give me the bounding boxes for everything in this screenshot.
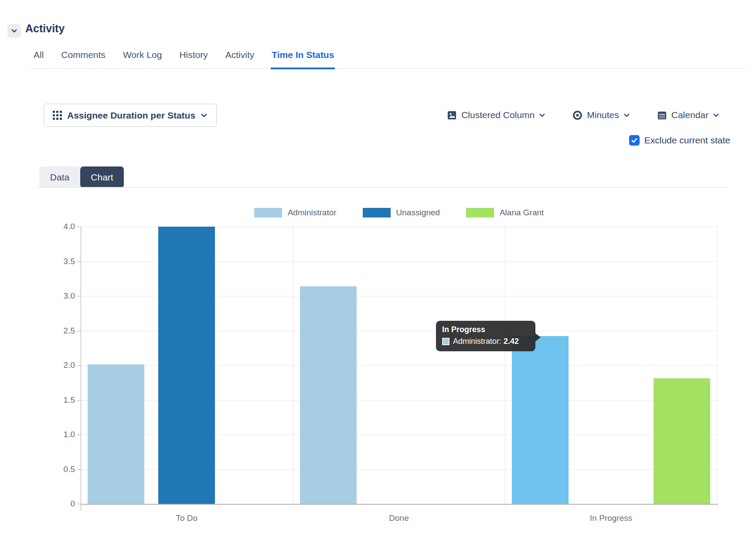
y-axis-tick bbox=[77, 469, 81, 470]
chart-type-label: Clustered Column bbox=[461, 110, 535, 120]
tab-history[interactable]: History bbox=[178, 47, 208, 68]
legend-swatch bbox=[466, 208, 494, 217]
legend-swatch bbox=[363, 208, 391, 217]
view-tab-chart[interactable]: Chart bbox=[80, 166, 124, 188]
tooltip-value: 2.42 bbox=[504, 337, 519, 346]
report-selector-label: Assignee Duration per Status bbox=[67, 110, 195, 121]
chevron-down-icon bbox=[539, 112, 545, 119]
x-axis bbox=[81, 504, 718, 505]
legend-label: Alana Grant bbox=[500, 208, 544, 217]
y-tick-label: 1.5 bbox=[49, 395, 75, 405]
tooltip-series-swatch bbox=[442, 338, 450, 345]
chart-legend: AdministratorUnassignedAlana Grant bbox=[81, 208, 717, 217]
bar-administrator-done[interactable] bbox=[300, 286, 357, 504]
chevron-down-icon bbox=[10, 27, 18, 34]
image-icon bbox=[447, 110, 457, 120]
tooltip-series-label: Administrator: bbox=[453, 337, 501, 346]
tooltip-arrow bbox=[535, 333, 541, 342]
legend-entry[interactable]: Administrator bbox=[254, 208, 337, 217]
x-category-label: In Progress bbox=[546, 513, 677, 523]
x-category-label: Done bbox=[334, 513, 464, 523]
bar-alana-grant-in-progress[interactable] bbox=[654, 378, 710, 504]
y-axis-tick bbox=[77, 331, 81, 331]
view-tab-data[interactable]: Data bbox=[39, 166, 80, 188]
y-tick-label: 2.5 bbox=[49, 326, 75, 336]
y-axis-tick bbox=[77, 504, 81, 504]
y-axis bbox=[81, 227, 81, 511]
calendar-icon bbox=[657, 110, 667, 120]
legend-entry[interactable]: Alana Grant bbox=[466, 208, 544, 217]
tooltip-category: In Progress bbox=[442, 325, 529, 334]
y-tick-label: 3.5 bbox=[49, 257, 75, 266]
tab-all[interactable]: All bbox=[33, 47, 44, 68]
unit-dropdown[interactable]: Minutes bbox=[572, 110, 630, 120]
bar-administrator-in-progress[interactable] bbox=[512, 336, 569, 504]
eye-icon bbox=[572, 110, 582, 120]
y-axis-tick bbox=[77, 435, 81, 435]
legend-label: Administrator bbox=[288, 208, 337, 217]
exclude-current-state-label: Exclude current state bbox=[644, 135, 730, 146]
y-tick-label: 1.0 bbox=[49, 430, 75, 439]
y-axis-tick bbox=[77, 227, 81, 227]
legend-label: Unassigned bbox=[396, 208, 440, 217]
chevron-down-icon bbox=[623, 112, 630, 119]
activity-collapse-button[interactable] bbox=[7, 24, 21, 37]
tab-work-log[interactable]: Work Log bbox=[122, 47, 163, 68]
page-title: Activity bbox=[25, 22, 65, 35]
y-tick-label: 4.0 bbox=[49, 222, 75, 231]
time-in-status-panel: Activity All Comments Work Log History A… bbox=[0, 0, 756, 557]
unit-label: Minutes bbox=[587, 110, 619, 120]
activity-tabs: All Comments Work Log History Activity T… bbox=[31, 47, 746, 69]
y-axis-tick bbox=[77, 365, 81, 366]
legend-swatch bbox=[254, 208, 282, 217]
tab-time-in-status[interactable]: Time In Status bbox=[271, 47, 335, 69]
chart-tooltip: In Progress Administrator: 2.42 bbox=[436, 321, 535, 351]
report-selector-dropdown[interactable]: Assignee Duration per Status bbox=[44, 104, 217, 127]
gridline-x bbox=[293, 227, 293, 508]
y-axis-tick bbox=[77, 262, 81, 262]
y-axis-tick bbox=[77, 400, 81, 401]
checkbox-checked-icon[interactable] bbox=[629, 135, 640, 146]
y-tick-label: 2.0 bbox=[49, 360, 75, 370]
bar-administrator-to-do[interactable] bbox=[88, 364, 144, 504]
chart-type-dropdown[interactable]: Clustered Column bbox=[447, 110, 545, 120]
chevron-down-icon bbox=[201, 112, 208, 119]
grid-icon bbox=[53, 111, 62, 120]
gridline-x bbox=[505, 227, 505, 508]
exclude-current-state-option[interactable]: Exclude current state bbox=[629, 135, 730, 146]
y-tick-label: 0.5 bbox=[49, 465, 75, 474]
y-axis-tick bbox=[77, 296, 81, 296]
chevron-down-icon bbox=[713, 112, 719, 119]
tab-comments[interactable]: Comments bbox=[60, 47, 106, 68]
y-tick-label: 0 bbox=[49, 499, 75, 509]
chart-controls: Clustered Column Minutes bbox=[447, 108, 719, 122]
tab-activity[interactable]: Activity bbox=[225, 47, 255, 68]
legend-entry[interactable]: Unassigned bbox=[363, 208, 440, 217]
x-category-label: To Do bbox=[121, 513, 252, 523]
bar-unassigned-to-do[interactable] bbox=[158, 227, 215, 504]
y-tick-label: 3.0 bbox=[49, 291, 75, 301]
gridline-x bbox=[717, 227, 718, 508]
calendar-dropdown[interactable]: Calendar bbox=[657, 110, 719, 120]
calendar-label: Calendar bbox=[671, 110, 708, 120]
view-tabs-divider bbox=[37, 187, 727, 188]
